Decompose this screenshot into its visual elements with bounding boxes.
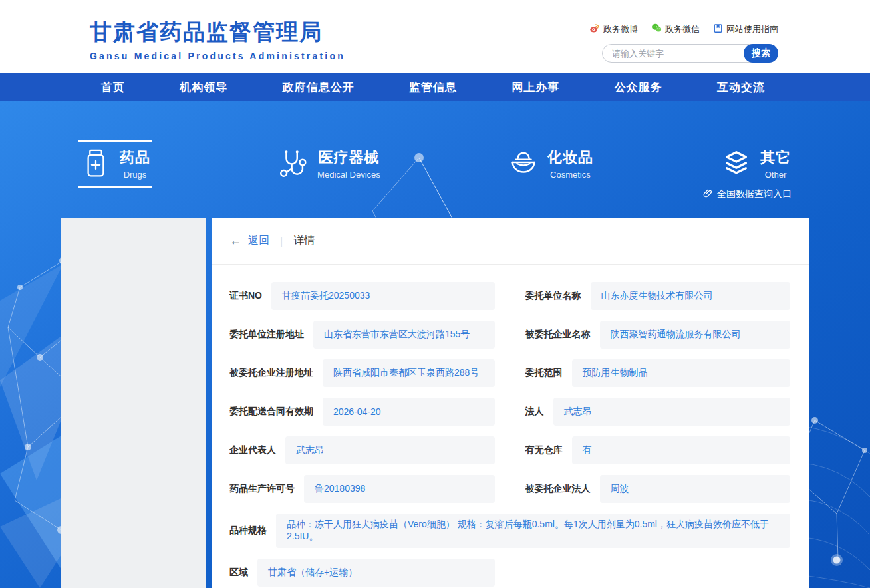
field-label: 品种规格 <box>229 525 267 537</box>
field-value: 陕西省咸阳市秦都区玉泉西路288号 <box>323 359 495 387</box>
category-sublabel: Medical Devices <box>317 170 380 180</box>
quick-link-label: 政务微信 <box>665 23 700 35</box>
field-entrusted-legal-person: 被委托企业法人 周波 <box>525 475 791 503</box>
category-sublabel: Drugs <box>120 170 150 180</box>
field-label: 被委托企业法人 <box>525 483 591 495</box>
detail-panel: ← 返回 | 详情 证书NO 甘疫苗委托20250033 委托单位名称 山东亦度… <box>212 218 809 588</box>
field-value: 2026-04-20 <box>323 398 495 426</box>
tab-drugs[interactable]: 药品 Drugs <box>78 140 152 188</box>
gov-weibo-link[interactable]: 政务微博 <box>589 23 638 35</box>
nav-item-interaction[interactable]: 互动交流 <box>717 80 765 95</box>
main-nav: 首页 机构领导 政府信息公开 监管信息 网上办事 公众服务 互动交流 <box>0 73 870 101</box>
category-sublabel: Cosmetics <box>547 170 593 180</box>
back-button[interactable]: 返回 <box>248 234 269 248</box>
left-sidebar <box>61 218 206 588</box>
category-sublabel: Other <box>760 170 791 180</box>
layers-icon <box>721 148 752 179</box>
national-data-query-label: 全国数据查询入口 <box>717 188 792 200</box>
field-value: 武志昂 <box>285 436 495 464</box>
field-value: 鲁20180398 <box>304 475 495 503</box>
site-logo: 甘肃省药品监督管理局 Gansu Medical Products Admini… <box>90 17 345 61</box>
banner-background: 药品 Drugs 医疗器械 Medical Devices <box>0 101 870 588</box>
field-value: 品种：冻干人用狂犬病疫苗（Vero细胞） 规格：复溶后每瓶0.5ml。每1次人用… <box>276 514 790 548</box>
stethoscope-icon <box>278 148 309 179</box>
national-data-query-link[interactable]: 全国数据查询入口 <box>703 188 792 200</box>
category-tabs: 药品 Drugs 医疗器械 Medical Devices <box>78 140 793 188</box>
field-value: 山东亦度生物技术有限公司 <box>591 282 791 310</box>
field-value: 甘疫苗委托20250033 <box>271 282 495 310</box>
tab-other[interactable]: 其它 Other <box>719 140 793 188</box>
weibo-icon <box>589 23 600 35</box>
field-entrust-scope: 委托范围 预防用生物制品 <box>525 359 791 387</box>
search-bar: 搜索 <box>602 44 778 63</box>
quick-link-label: 网站使用指南 <box>726 23 778 35</box>
field-entrusting-unit-address: 委托单位注册地址 山东省东营市东营区大渡河路155号 <box>229 321 495 349</box>
nav-item-home[interactable]: 首页 <box>101 80 125 95</box>
quick-link-label: 政务微博 <box>603 23 638 35</box>
field-value: 甘肃省（储存+运输） <box>257 559 495 587</box>
nav-item-public-services[interactable]: 公众服务 <box>615 80 662 95</box>
site-guide-link[interactable]: 网站使用指南 <box>713 23 778 35</box>
category-label: 医疗器械 <box>317 148 380 168</box>
detail-form: 证书NO 甘疫苗委托20250033 委托单位名称 山东亦度生物技术有限公司 委… <box>212 265 809 588</box>
field-has-warehouse: 有无仓库 有 <box>525 436 791 464</box>
wechat-icon <box>651 23 662 35</box>
nav-item-supervision[interactable]: 监管信息 <box>409 80 457 95</box>
gov-wechat-link[interactable]: 政务微信 <box>651 23 700 35</box>
nav-item-gov-info[interactable]: 政府信息公开 <box>283 80 355 95</box>
field-legal-person: 法人 武志昂 <box>525 398 791 426</box>
field-certificate-no: 证书NO 甘疫苗委托20250033 <box>229 282 495 310</box>
nav-item-leadership[interactable]: 机构领导 <box>180 80 227 95</box>
field-region: 区域 甘肃省（储存+运输） <box>229 559 495 587</box>
field-value: 预防用生物制品 <box>572 359 791 387</box>
quick-links: 政务微博 政务微信 <box>579 23 778 35</box>
field-label: 药品生产许可号 <box>229 483 295 495</box>
field-label: 企业代表人 <box>229 444 276 456</box>
search-button[interactable]: 搜索 <box>744 44 778 63</box>
cosmetics-jar-icon <box>508 148 539 179</box>
field-contract-validity: 委托配送合同有效期 2026-04-20 <box>229 398 495 426</box>
logo-subtitle: Gansu Medical Products Administration <box>90 51 345 61</box>
field-value: 陕西聚智药通物流服务有限公司 <box>600 321 791 349</box>
field-entrusted-company-name: 被委托企业名称 陕西聚智药通物流服务有限公司 <box>525 321 791 349</box>
paperclip-icon <box>703 188 713 200</box>
drug-bottle-icon <box>80 148 111 179</box>
category-label: 其它 <box>760 148 791 168</box>
field-label: 委托范围 <box>525 367 563 379</box>
field-label: 有无仓库 <box>525 444 563 456</box>
field-production-license-no: 药品生产许可号 鲁20180398 <box>229 475 495 503</box>
field-label: 法人 <box>525 406 544 418</box>
field-label: 被委托企业注册地址 <box>229 367 313 379</box>
tab-medical-devices[interactable]: 医疗器械 Medical Devices <box>276 140 382 188</box>
site-header: 甘肃省药品监督管理局 Gansu Medical Products Admini… <box>0 0 870 73</box>
tab-cosmetics[interactable]: 化妆品 Cosmetics <box>506 140 595 188</box>
field-variety-spec: 品种规格 品种：冻干人用狂犬病疫苗（Vero细胞） 规格：复溶后每瓶0.5ml。… <box>229 514 790 548</box>
field-label: 委托单位名称 <box>525 290 581 302</box>
category-label: 药品 <box>120 148 150 168</box>
guide-book-icon <box>713 23 723 35</box>
field-company-representative: 企业代表人 武志昂 <box>229 436 495 464</box>
page-title: 详情 <box>293 234 315 248</box>
field-label: 区域 <box>229 567 248 579</box>
field-value: 武志昂 <box>553 398 791 426</box>
logo-title: 甘肃省药品监督管理局 <box>90 17 345 47</box>
field-label: 证书NO <box>229 290 262 302</box>
field-entrusted-company-address: 被委托企业注册地址 陕西省咸阳市秦都区玉泉西路288号 <box>229 359 495 387</box>
divider: | <box>280 235 283 247</box>
field-entrusting-unit-name: 委托单位名称 山东亦度生物技术有限公司 <box>525 282 791 310</box>
nav-item-online-services[interactable]: 网上办事 <box>511 80 559 95</box>
field-value: 周波 <box>600 475 791 503</box>
back-arrow-icon[interactable]: ← <box>229 234 241 248</box>
field-value: 有 <box>572 436 791 464</box>
category-label: 化妆品 <box>547 148 593 168</box>
field-value: 山东省东营市东营区大渡河路155号 <box>313 321 495 349</box>
field-label: 被委托企业名称 <box>525 329 591 341</box>
field-label: 委托单位注册地址 <box>229 329 304 341</box>
field-label: 委托配送合同有效期 <box>229 406 313 418</box>
